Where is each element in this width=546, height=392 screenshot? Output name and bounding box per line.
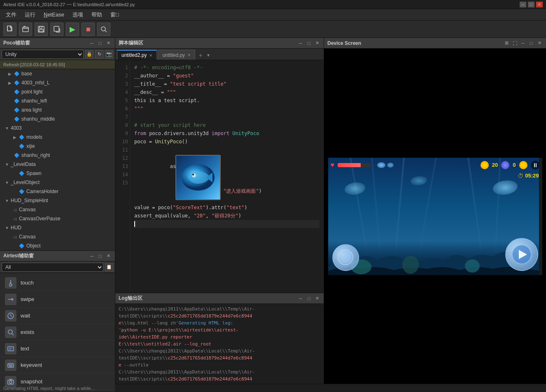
tree-label-levelobject: _LevelObject [11, 180, 40, 185]
tree-item-canvas2[interactable]: ◁ Canvas [0, 232, 115, 241]
tab-untitled2-close[interactable]: ✕ [149, 53, 152, 58]
airtest-item-swipe[interactable]: swipe [0, 291, 115, 308]
log-close-icon[interactable]: ✕ [314, 295, 320, 302]
close-button[interactable]: ✕ [536, 2, 543, 7]
maximize-button[interactable]: □ [528, 2, 534, 7]
device-expand-icon[interactable]: □ [528, 40, 534, 47]
airtest-close-icon[interactable]: ✕ [105, 253, 112, 259]
tree-label-cameraholder: CameraHolder [26, 189, 58, 194]
airtest-expand-icon[interactable]: □ [97, 253, 103, 259]
airtest-item-text[interactable]: text [0, 341, 115, 357]
open-file-button[interactable] [19, 23, 32, 36]
app-title: Airtest IDE v.0.0.4_2018-02-27 ~~ E:\tes… [3, 2, 520, 7]
menu-options[interactable]: 选项 [68, 9, 87, 20]
tree-item-models[interactable]: ▶ 🔷 models [0, 133, 115, 142]
airtest-item-exists[interactable]: exists [0, 324, 115, 341]
menu-help[interactable]: 帮助 [87, 9, 106, 20]
tree-item-canvasoverpause[interactable]: ◁ CanvasOverPause [0, 214, 115, 223]
tree-label-4003mfsl: 4003_mfsl_L [21, 80, 50, 86]
game-ui-topbar: ♥ 20 0 ⏸ [331, 160, 540, 170]
poco-minimize-icon[interactable]: ─ [89, 40, 95, 47]
poco-refresh-icon[interactable]: ↻ [95, 50, 103, 58]
tree-item-levelobject[interactable]: ▼ _LevelObject [0, 178, 115, 187]
line2-content: __author__ = "guest" [134, 73, 194, 79]
airtest-item-keyevent[interactable]: keyevent [0, 357, 115, 373]
airtest-category-select[interactable]: All touch swipe wait exists text keyeven… [2, 263, 103, 272]
tab-untitled-close[interactable]: ✕ [187, 53, 191, 57]
device-fullscreen-icon[interactable]: ⛶ [511, 40, 518, 47]
tree-item-shanhuright[interactable]: 🔷 shanhu_right [0, 151, 115, 160]
tree-item-base[interactable]: ▶ 🔷 base [0, 69, 115, 78]
code-content[interactable]: # -*- encoding=utf8 -*- __author__ = "gu… [130, 60, 324, 293]
tree-item-4003mfsl[interactable]: ▶ 🔷 4003_mfsl_L [0, 78, 115, 87]
menu-window[interactable]: 窗□ [106, 9, 123, 20]
search-button[interactable] [97, 23, 110, 36]
device-fit-icon[interactable]: ⊞ [503, 40, 510, 47]
save-file-button[interactable] [35, 23, 48, 36]
saveas-button[interactable] [50, 23, 63, 36]
tree-item-canvas1[interactable]: ◁ Canvas [0, 205, 115, 214]
tree-item-4003[interactable]: ▼ 4003 [0, 124, 115, 133]
line-with-tooltip: assert_exists( [134, 154, 320, 203]
log-line-5: ide\\AirtestIDE.py reporter [119, 334, 320, 341]
tree-item-hud[interactable]: ▼ HUD [0, 223, 115, 232]
right-control-button[interactable] [505, 238, 538, 271]
device-screen-area[interactable]: ♥ 20 0 ⏸ [324, 49, 546, 384]
tree-item-shanhuleft[interactable]: 🔷 shanhu_left [0, 96, 115, 105]
left-control-button[interactable] [332, 244, 359, 271]
poco-close-icon[interactable]: ✕ [105, 40, 112, 47]
tab-untitled-label: untitled.py [162, 52, 185, 58]
svg-point-21 [9, 381, 12, 383]
tree-label-base: base [21, 71, 32, 77]
tree-item-hudsimplehint[interactable]: ▼ HUD_SimpleHint [0, 196, 115, 205]
svg-point-8 [9, 284, 12, 286]
tab-scroll-arrow[interactable]: ▾ [205, 51, 212, 60]
poco-expand-icon[interactable]: □ [97, 40, 103, 47]
tab-add-button[interactable]: + [196, 51, 205, 60]
tree-item-xijie[interactable]: 🔷 xijie [0, 142, 115, 151]
tree-label-arealight: area light [21, 107, 42, 113]
tree-item-pointlight[interactable]: 🔷 point light [0, 87, 115, 96]
tree-item-leveldata[interactable]: ▼ _LevelData [0, 160, 115, 169]
minimize-button[interactable]: ─ [520, 2, 526, 7]
tree-item-cameraholder[interactable]: 🔷 CameraHolder [0, 187, 115, 196]
menu-run[interactable]: 运行 [21, 9, 40, 20]
poco-tree[interactable]: ▶ 🔷 base ▶ 🔷 4003_mfsl_L 🔷 point light [0, 69, 115, 250]
tree-item-spawn[interactable]: 🔷 Spawn [0, 169, 115, 178]
tree-item-object[interactable]: 🔷 Object [0, 241, 115, 250]
log-line-10: C:\\Users\\zhangqi2011\\AppData\\Local\\… [119, 369, 320, 376]
tab-untitled2[interactable]: untitled2.py ✕ [117, 50, 157, 60]
pause-button[interactable]: ⏸ [531, 161, 540, 170]
log-expand-icon[interactable]: □ [306, 295, 312, 302]
health-bar [338, 163, 371, 167]
editor-expand-icon[interactable]: □ [306, 40, 312, 47]
airtest-item-touch[interactable]: touch [0, 275, 115, 291]
airtest-item-wait[interactable]: wait [0, 308, 115, 324]
tree-label-models: models [26, 134, 42, 140]
tree-arrow-canvas1: ◁ [13, 208, 19, 212]
poco-driver-select[interactable]: Unity Android iOS [2, 50, 84, 59]
menu-netease[interactable]: NetEase [40, 10, 68, 19]
tree-item-arealight[interactable]: 🔷 area light [0, 105, 115, 114]
airtest-copy-icon[interactable]: 📋 [105, 263, 113, 271]
scroll-edge [539, 158, 542, 275]
airtest-minimize-icon[interactable]: ─ [89, 253, 95, 259]
tree-item-shanhumiddle[interactable]: 🔷 shanhu_middle [0, 114, 115, 124]
new-file-button[interactable] [3, 23, 16, 36]
tab-untitled[interactable]: untitled.py ✕ [158, 50, 195, 60]
run-button[interactable]: ▶ [66, 23, 79, 36]
editor-close-icon[interactable]: ✕ [314, 40, 320, 47]
menu-file[interactable]: 文件 [2, 9, 21, 20]
tree-arrow-canvas2: ◁ [13, 235, 19, 239]
snapshot-label: snapshot [21, 378, 42, 385]
device-close-icon[interactable]: ✕ [536, 40, 543, 47]
log-minimize-icon[interactable]: ─ [297, 295, 304, 302]
poco-screenshot-icon[interactable]: 📷 [105, 50, 113, 58]
device-minimize-icon[interactable]: ─ [520, 40, 526, 47]
poco-lock-icon[interactable]: 🔒 [85, 50, 93, 58]
line8-content: # start your script here [134, 122, 205, 128]
tree-arrow-hudsimplehint: ▼ [5, 198, 11, 203]
editor-minimize-icon[interactable]: ─ [297, 40, 304, 47]
log-content[interactable]: C:\\Users\\zhangqi2011\\AppData\\Local\\… [115, 304, 324, 384]
stop-button[interactable]: ⏹ [82, 23, 95, 36]
